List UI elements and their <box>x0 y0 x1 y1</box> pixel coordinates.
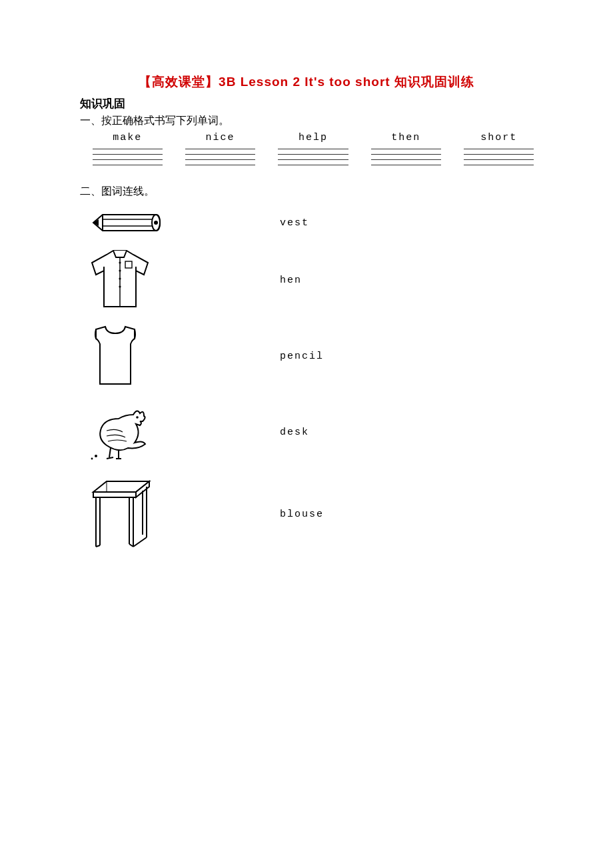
match-row: vest <box>87 204 533 241</box>
match-grid: vest hen <box>80 204 533 557</box>
word-column: nice <box>179 131 261 170</box>
word-label: help <box>299 132 328 143</box>
svg-point-14 <box>136 416 139 419</box>
match-word: desk <box>233 427 309 438</box>
word-label: then <box>391 132 420 143</box>
writing-lines <box>371 149 441 168</box>
section1-instruction: 一、按正确格式书写下列单词。 <box>80 114 533 128</box>
writing-lines <box>93 149 163 168</box>
word-label: nice <box>206 132 235 143</box>
word-column: help <box>273 131 354 170</box>
match-image-cell <box>87 243 233 317</box>
word-label: make <box>113 132 142 143</box>
svg-rect-18 <box>93 492 136 497</box>
word-column: then <box>365 131 446 170</box>
page-title: 【高效课堂】3B Lesson 2 It's too short 知识巩固训练 <box>80 73 533 91</box>
svg-point-8 <box>119 269 121 271</box>
svg-point-9 <box>119 277 121 279</box>
match-row: blouse <box>87 471 533 557</box>
hen-icon <box>87 401 153 463</box>
section-heading: 知识巩固 <box>80 96 533 111</box>
word-column: short <box>458 131 540 170</box>
svg-point-16 <box>91 458 93 460</box>
svg-point-10 <box>119 285 121 287</box>
match-word: blouse <box>233 509 324 520</box>
vest-icon <box>87 324 144 388</box>
svg-point-4 <box>154 221 158 225</box>
blouse-icon <box>87 248 153 312</box>
match-image-cell <box>87 471 233 557</box>
word-column: make <box>87 131 168 170</box>
section2-instruction: 二、图词连线。 <box>80 185 533 199</box>
match-row: pencil <box>87 319 533 393</box>
match-word: pencil <box>233 351 324 362</box>
match-image-cell <box>87 395 233 469</box>
match-image-cell <box>87 319 233 393</box>
match-word: hen <box>233 275 302 286</box>
worksheet-page: 【高效课堂】3B Lesson 2 It's too short 知识巩固训练 … <box>0 0 613 585</box>
desk-icon <box>87 475 156 553</box>
writing-lines <box>464 149 534 168</box>
match-word: vest <box>233 217 309 229</box>
match-row: hen <box>87 243 533 317</box>
svg-line-28 <box>133 537 147 547</box>
writing-lines <box>278 149 348 168</box>
writing-lines <box>185 149 255 168</box>
section1-word-row: make nice help then short <box>80 131 540 170</box>
word-label: short <box>480 132 517 143</box>
svg-point-7 <box>119 261 121 263</box>
match-image-cell <box>87 204 233 241</box>
svg-point-15 <box>95 455 97 457</box>
pencil-icon <box>87 208 167 237</box>
match-row: desk <box>87 395 533 469</box>
